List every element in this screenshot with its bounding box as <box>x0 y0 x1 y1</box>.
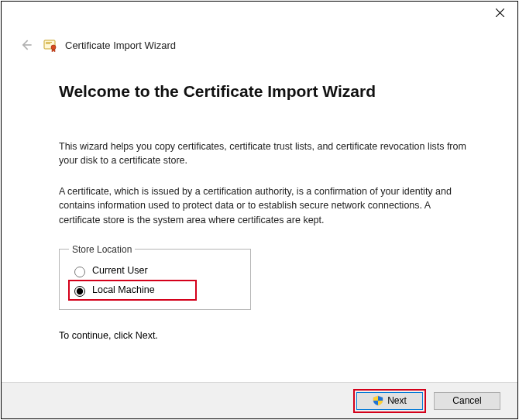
intro-paragraph-2: A certificate, which is issued by a cert… <box>59 184 469 226</box>
uac-shield-icon <box>373 395 383 406</box>
intro-paragraph-1: This wizard helps you copy certificates,… <box>59 139 469 167</box>
radio-local-machine-input[interactable] <box>74 286 85 297</box>
wizard-content: Welcome to the Certificate Import Wizard… <box>2 59 517 382</box>
next-button-label: Next <box>387 395 407 406</box>
next-button[interactable]: Next <box>356 392 423 410</box>
radio-current-user[interactable]: Current User <box>69 261 242 281</box>
radio-current-user-input[interactable] <box>74 267 85 277</box>
wizard-footer: Next Cancel <box>2 382 517 418</box>
cancel-button[interactable]: Cancel <box>434 392 500 410</box>
certificate-icon <box>43 38 57 52</box>
close-icon <box>496 7 504 19</box>
wizard-window: Certificate Import Wizard Welcome to the… <box>1 1 518 419</box>
radio-current-user-label: Current User <box>92 265 148 276</box>
wizard-title: Certificate Import Wizard <box>65 40 176 51</box>
store-location-group: Store Location Current User Local Machin… <box>59 244 251 310</box>
next-button-highlight: Next <box>353 389 426 413</box>
wizard-header: Certificate Import Wizard <box>2 28 517 59</box>
close-button[interactable] <box>482 2 517 25</box>
page-heading: Welcome to the Certificate Import Wizard <box>59 82 471 101</box>
store-location-legend: Store Location <box>69 244 135 255</box>
svg-point-4 <box>51 45 56 50</box>
cancel-button-label: Cancel <box>452 395 481 406</box>
svg-rect-5 <box>46 42 52 43</box>
radio-local-machine[interactable]: Local Machine <box>69 281 196 300</box>
titlebar <box>2 2 517 28</box>
svg-rect-6 <box>46 43 50 44</box>
back-arrow-icon <box>17 36 36 54</box>
continue-text: To continue, click Next. <box>59 330 471 341</box>
radio-local-machine-label: Local Machine <box>92 284 155 295</box>
